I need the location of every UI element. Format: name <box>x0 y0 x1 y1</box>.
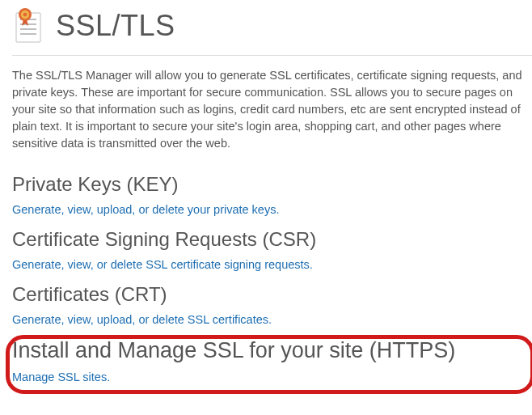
link-private-keys[interactable]: Generate, view, upload, or delete your p… <box>12 203 279 216</box>
section-crt: Certificates (CRT) Generate, view, uploa… <box>12 272 532 327</box>
page-title: SSL/TLS <box>56 9 175 43</box>
section-private-keys: Private Keys (KEY) Generate, view, uploa… <box>12 162 532 217</box>
heading-csr: Certificate Signing Requests (CSR) <box>12 228 532 251</box>
svg-point-7 <box>23 13 27 17</box>
link-manage-ssl-sites[interactable]: Manage SSL sites. <box>12 371 110 383</box>
heading-crt: Certificates (CRT) <box>12 283 532 306</box>
heading-install: Install and Manage SSL for your site (HT… <box>12 338 532 363</box>
link-crt[interactable]: Generate, view, upload, or delete SSL ce… <box>12 313 272 326</box>
certificate-icon <box>12 8 44 44</box>
section-install: Install and Manage SSL for your site (HT… <box>12 338 532 384</box>
heading-private-keys: Private Keys (KEY) <box>12 173 532 196</box>
section-csr: Certificate Signing Requests (CSR) Gener… <box>12 217 532 272</box>
intro-text: The SSL/TLS Manager will allow you to ge… <box>12 56 532 162</box>
section-install-highlighted: Install and Manage SSL for your site (HT… <box>12 338 532 384</box>
link-csr[interactable]: Generate, view, or delete SSL certificat… <box>12 258 313 271</box>
page-header: SSL/TLS <box>12 0 532 55</box>
